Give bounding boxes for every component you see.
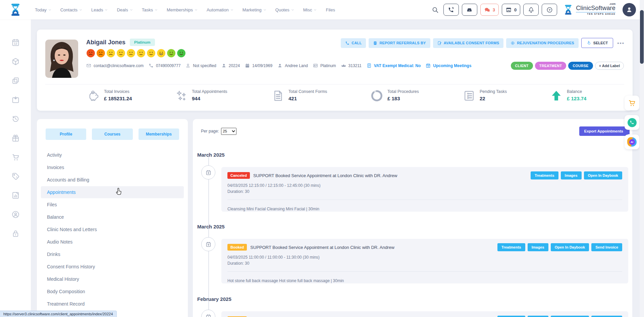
up-arrow-icon xyxy=(550,90,562,102)
nav-item-memberships[interactable]: Memberships xyxy=(167,7,198,12)
mood-face-icon[interactable] xyxy=(96,49,105,58)
label-pill-treatment[interactable]: TREATMENT xyxy=(535,62,567,70)
chat-button[interactable]: 3 xyxy=(480,4,499,16)
more-options-button[interactable]: ••• xyxy=(617,40,625,46)
tab-profile[interactable]: Profile xyxy=(46,128,86,140)
add-label-button[interactable]: + Add Label xyxy=(595,62,624,70)
rail-price-tag-button[interactable]: % xyxy=(11,167,20,186)
sidebar-item-invoices[interactable]: Invoices xyxy=(41,161,184,173)
nav-item-today[interactable]: Today xyxy=(35,7,51,12)
sidebar-item-body-composition[interactable]: Body Composition xyxy=(41,285,184,298)
appointment-treatments-button[interactable]: Treatments xyxy=(497,243,525,251)
nav-item-automation[interactable]: Automation xyxy=(207,7,233,12)
mood-face-icon[interactable] xyxy=(116,49,125,58)
label-pill-course[interactable]: COURSE xyxy=(568,62,593,70)
mood-face-icon[interactable] xyxy=(137,49,146,58)
rail-user-badge-button[interactable] xyxy=(11,205,20,224)
nav-item-quotes[interactable]: Quotes xyxy=(275,7,294,12)
rail-history-button[interactable] xyxy=(11,109,20,128)
bell-button[interactable] xyxy=(523,4,539,16)
sidebar-item-files[interactable]: Files xyxy=(41,199,184,211)
sidebar-item-accounts-and-billing[interactable]: Accounts and Billing xyxy=(41,174,184,186)
floating-cart-button[interactable] xyxy=(625,96,639,110)
contact-calendar-12[interactable]: 12Upcoming Meetings xyxy=(426,63,471,68)
appointment-open-in-daybook-button[interactable]: Open In Daybook xyxy=(551,316,589,317)
app-logo[interactable] xyxy=(0,3,31,16)
rail-gift-button[interactable] xyxy=(11,128,20,148)
store-button[interactable]: 0 xyxy=(502,4,520,16)
chat-count-badge: 3 xyxy=(493,7,495,12)
action-available-consent-forms-button[interactable]: AVAILABLE CONSENT FORMS xyxy=(433,38,504,48)
appointment-treatments-button[interactable]: Treatments xyxy=(497,316,525,317)
client-photo[interactable] xyxy=(45,40,78,78)
scrollbar-thumb[interactable] xyxy=(640,10,644,64)
inbox-button[interactable] xyxy=(462,4,477,16)
sidebar-item-clinic-notes-and-letters[interactable]: Clinic Notes and Letters xyxy=(41,223,184,235)
mood-face-icon[interactable] xyxy=(106,49,115,58)
search-icon[interactable] xyxy=(432,6,439,13)
nav-item-tasks[interactable]: Tasks xyxy=(142,7,158,12)
mood-face-icon[interactable] xyxy=(86,49,95,58)
contact-phone-fill[interactable]: 07490009777 xyxy=(149,63,180,68)
appointment-images-button[interactable]: Images xyxy=(528,316,548,317)
scrollbar[interactable] xyxy=(640,0,644,317)
nav-item-marketing[interactable]: Marketing xyxy=(243,7,266,12)
select-button[interactable]: SELECT xyxy=(581,38,613,48)
action-call-button[interactable]: CALL xyxy=(341,38,366,48)
user-avatar[interactable] xyxy=(623,3,636,16)
rail-calendar-import-button[interactable] xyxy=(11,90,20,109)
sidebar-item-audio-notes[interactable]: Audio Notes xyxy=(41,236,184,248)
floating-ai-button[interactable]: AI xyxy=(625,135,639,149)
action-report-referrals-by-button[interactable]: REPORT REFERRALS BY xyxy=(369,38,430,48)
mood-face-icon[interactable] xyxy=(177,49,186,58)
appointment-open-in-daybook-button[interactable]: Open In Daybook xyxy=(584,171,622,179)
appointment-open-in-daybook-button[interactable]: Open In Daybook xyxy=(551,243,589,251)
sidebar-item-drinks[interactable]: Drinks xyxy=(41,248,184,260)
help-button[interactable]: ? xyxy=(542,4,557,16)
rail-copy-pages-button[interactable] xyxy=(11,71,20,90)
sidebar-item-medical-history[interactable]: Medical History xyxy=(41,273,184,285)
export-appointments-button[interactable]: Export Appointments xyxy=(579,126,629,136)
chevron-down-icon xyxy=(314,8,317,11)
nav-item-files[interactable]: Files xyxy=(326,7,335,12)
timeline-calendar-icon xyxy=(201,310,215,317)
action-rejuvenation-procedures-button[interactable]: REJUVENATION PROCEDURES xyxy=(506,38,579,48)
month-heading: March 2025 xyxy=(197,152,225,158)
rail-cube-button[interactable] xyxy=(11,52,20,71)
floating-whatsapp-button[interactable] xyxy=(625,115,639,130)
mood-face-icon[interactable] xyxy=(147,49,156,58)
nav-item-leads[interactable]: Leads xyxy=(91,7,108,12)
appointment-send-invoice-button[interactable]: Send Invoice xyxy=(591,243,622,251)
rail-calendar-date-button[interactable]: 12 xyxy=(11,33,20,52)
phone-call-button[interactable] xyxy=(443,4,459,16)
client-contact-row: contact@clinicsoftware.com07490009777Not… xyxy=(86,63,471,68)
nav-item-contacts[interactable]: Contacts xyxy=(60,7,82,12)
appointment-datetime: 04/03/2025 12:15:00 / 12:15:00 - 12:45:0… xyxy=(227,183,622,188)
sidebar-item-appointments[interactable]: Appointments xyxy=(41,186,184,198)
contact-document[interactable]: VAT Exempt Medical: No xyxy=(367,63,421,68)
nav-item-deals[interactable]: Deals xyxy=(117,7,132,12)
status-badge: Canceled xyxy=(227,172,250,179)
hourglass-logo-icon xyxy=(563,4,574,15)
per-page-label: Per page: xyxy=(201,129,219,134)
sidebar-item-consent-forms-history[interactable]: Consent Forms History xyxy=(41,261,184,273)
mood-face-icon[interactable] xyxy=(126,49,136,58)
per-page-select[interactable]: 25 xyxy=(221,128,236,135)
mood-face-icon[interactable] xyxy=(167,49,176,58)
appointment-images-button[interactable]: Images xyxy=(528,243,548,251)
appointment-treatments-button[interactable]: Treatments xyxy=(531,171,558,179)
sidebar-item-balance[interactable]: Balance xyxy=(41,211,184,223)
mood-face-icon[interactable] xyxy=(157,49,166,58)
tab-memberships[interactable]: Memberships xyxy=(139,128,179,140)
label-pill-client[interactable]: CLIENT xyxy=(511,62,533,70)
tab-courses[interactable]: Courses xyxy=(92,128,132,140)
contact-envelope[interactable]: contact@clinicsoftware.com xyxy=(86,63,144,68)
rail-cart-button[interactable] xyxy=(11,148,20,167)
appointment-send-invoice-button[interactable]: Send Invoice xyxy=(591,316,622,317)
nav-item-misc[interactable]: Misc xyxy=(303,7,317,12)
rail-lock-button[interactable] xyxy=(11,224,20,243)
sidebar-item-activity[interactable]: Activity xyxy=(41,149,184,161)
rail-chart-doc-button[interactable] xyxy=(11,186,20,205)
sidebar-item-treatment-record[interactable]: Treatment Record xyxy=(41,298,184,310)
appointment-images-button[interactable]: Images xyxy=(561,171,582,179)
